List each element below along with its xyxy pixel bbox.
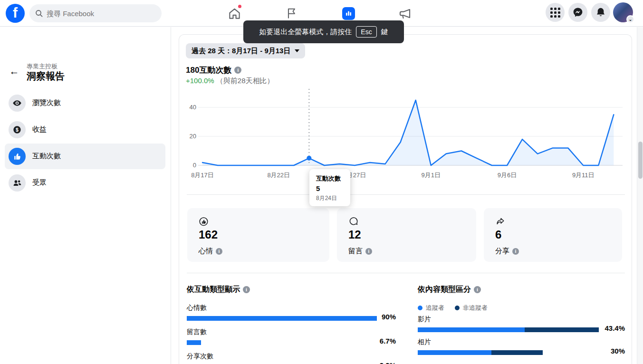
tooltip-title: 互動次數 [316,174,350,183]
facebook-logo[interactable]: f [6,4,25,23]
sidebar-item-label: 瀏覽次數 [32,98,61,107]
metric-headline: 180互動次數 i [186,65,241,76]
search-input[interactable] [47,10,146,18]
sidebar-item-label: 互動次數 [32,152,61,161]
bar-photos-followers [418,350,491,355]
scrollbar-thumb[interactable] [638,142,643,179]
legend-dot-non-followers [455,306,460,310]
x-axis-tick: 9月6日 [498,172,517,179]
y-axis-tick: 0 [193,162,196,169]
y-axis-tick: 40 [190,104,196,111]
reactions-count: 162 [199,228,218,241]
sidebar-item-interactions[interactable]: 互動次數 [0,143,171,170]
page-title: 洞察報告 [27,70,65,83]
esc-key-badge: Esc [356,26,376,38]
insights-card: 過去 28 天：8月17日 - 9月13日 180互動次數 i +100.0% … [179,34,632,364]
chart-area-fill [202,100,614,165]
sidebar-item-views[interactable]: 瀏覽次數 [0,90,171,116]
reaction-icon [199,216,209,227]
chart-tooltip: 互動次數 5 8月24日 [309,169,350,206]
x-axis-tick: 8月22日 [267,172,290,179]
share-icon [495,216,506,227]
sidebar-item-earnings[interactable]: $ 收益 [0,116,171,143]
metric-change: +100.0% （與前28天相比） [186,77,274,86]
info-icon[interactable]: i [365,248,372,255]
bar-row-videos: 影片 43.4% [418,315,625,336]
reactions-summary-card: 162 心情 i [187,208,329,262]
messenger-button[interactable] [568,3,587,22]
search-bar[interactable] [29,4,162,22]
line-chart-svg: 020408月17日8月22日8月27日9月1日9月6日9月11日 [179,86,633,183]
tooltip-value: 5 [316,184,350,192]
section-title: 依內容類型區分 i [418,285,481,295]
x-axis-tick: 9月1日 [422,172,441,179]
back-button[interactable]: ← [8,65,21,78]
x-axis-tick: 8月17日 [191,172,214,179]
svg-text:$: $ [16,127,19,133]
notifications-button[interactable] [591,3,610,22]
people-icon [9,174,26,192]
info-icon[interactable]: i [512,248,519,255]
x-axis-tick: 9月11日 [572,172,595,179]
account-avatar[interactable]: ⌄ [613,2,633,22]
comments-label: 留言 i [348,247,372,256]
date-range-label: 過去 28 天：8月17日 - 9月13日 [192,47,290,56]
legend-label-non-followers: 非追蹤者 [463,304,488,312]
bar-videos-followers [418,327,525,332]
shares-label: 分享 i [495,247,519,256]
divider [187,194,625,195]
bar-photos-non-followers [491,350,543,355]
vertical-scrollbar[interactable] [637,27,643,364]
interactions-line-chart[interactable]: 020408月17日8月22日8月27日9月1日9月6日9月11日 [179,86,633,183]
bar-row-comments: 留言數 6.7% [187,328,396,349]
shares-summary-card: 6 分享 i [484,208,622,262]
dollar-icon: $ [9,121,26,138]
caret-down-icon [295,49,299,52]
info-icon[interactable]: i [216,248,222,255]
bar-row-photos: 相片 30% [418,338,625,359]
flag-icon [286,7,298,19]
comment-icon [348,216,359,227]
sidebar-item-audience[interactable]: 受眾 [0,170,171,196]
toast-text-after: 鍵 [381,28,388,37]
insights-chart-icon [342,7,355,20]
menu-button[interactable] [546,3,565,22]
by-content-type-section: 依內容類型區分 i 追蹤者 非追蹤者 影片 43.4% 相片 30% [418,285,625,364]
reactions-label: 心情 i [199,247,222,256]
info-icon[interactable]: i [474,286,481,293]
selected-data-point[interactable] [307,156,311,161]
bar-reactions [187,316,377,321]
messenger-icon [572,7,584,18]
y-axis-tick: 20 [190,133,196,140]
by-interaction-type-section: 依互動類型顯示 i 心情數 90% 留言數 6.7% 分享次數 3.3% [187,285,396,364]
chart-legend: 追蹤者 非追蹤者 [418,304,488,312]
thumbs-up-icon [9,148,26,165]
info-icon[interactable]: i [234,67,241,74]
bell-icon [595,7,606,18]
bar-row-shares: 分享次數 3.3% [187,352,396,364]
section-title: 依互動類型顯示 i [187,285,250,295]
comments-count: 12 [348,228,361,241]
metric-total: 180 [186,66,199,75]
bar-comments [187,340,201,345]
shares-count: 6 [495,228,501,241]
change-note: （與前28天相比） [216,77,274,85]
megaphone-icon [399,7,412,20]
sidebar-item-label: 收益 [32,125,47,134]
fullscreen-exit-toast: 如要退出全螢幕模式，請按住 Esc 鍵 [243,20,404,43]
date-range-selector[interactable]: 過去 28 天：8月17日 - 9月13日 [186,43,305,58]
search-icon [35,10,43,17]
legend-label-followers: 追蹤者 [426,304,444,312]
active-item-highlight [5,144,165,169]
sidebar-item-label: 受眾 [32,178,47,187]
tooltip-date: 8月24日 [316,194,350,202]
toast-text-before: 如要退出全螢幕模式，請按住 [259,28,352,37]
home-notification-dot [237,4,242,9]
sidebar: ← 專業主控板 洞察報告 瀏覽次數 $ 收益 互動次數 受眾 [0,27,171,364]
metric-label: 互動次數 [199,65,231,76]
comments-summary-card: 12 留言 i [337,208,476,262]
divider [187,273,625,273]
bar-videos-non-followers [525,327,599,332]
bar-row-reactions: 心情數 90% [187,304,396,325]
info-icon[interactable]: i [243,286,250,293]
